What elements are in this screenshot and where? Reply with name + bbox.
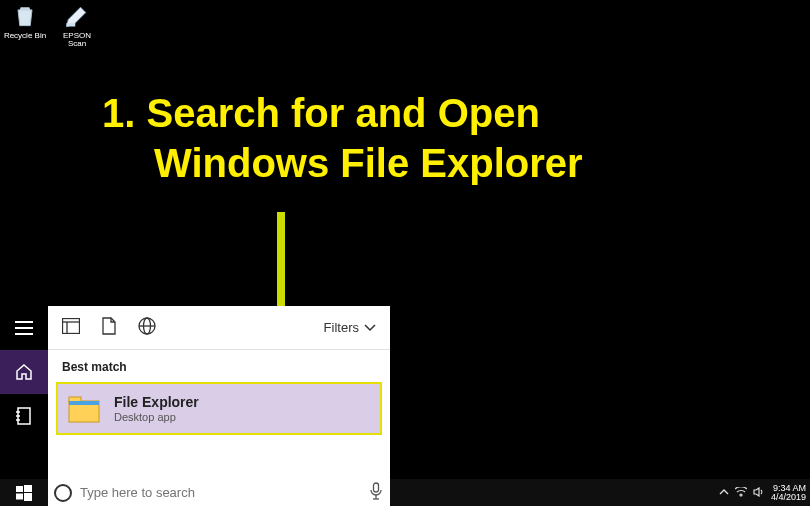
search-result-texts: File Explorer Desktop app	[114, 394, 199, 423]
home-icon	[15, 363, 33, 381]
hamburger-icon	[15, 321, 33, 335]
taskbar	[0, 479, 810, 506]
start-button[interactable]	[0, 479, 48, 506]
svg-rect-19	[16, 486, 23, 492]
search-results-panel: Filters Best match File Explorer Desktop…	[48, 306, 390, 479]
desktop-icon-label: Recycle Bin	[4, 32, 46, 40]
system-tray[interactable]: 9:34 AM 4/4/2019	[719, 484, 806, 502]
instruction-annotation: 1. Search for and Open Windows File Expl…	[102, 88, 583, 188]
tray-chevron-icon[interactable]	[719, 488, 729, 498]
svg-rect-22	[24, 493, 32, 501]
file-explorer-icon	[68, 395, 100, 423]
search-input[interactable]	[80, 485, 362, 500]
svg-rect-20	[24, 485, 32, 492]
search-scope-bar: Filters	[48, 306, 390, 350]
desktop-icon-recycle-bin[interactable]: Recycle Bin	[2, 2, 48, 48]
notebook-button[interactable]	[0, 394, 48, 438]
svg-rect-10	[63, 318, 80, 333]
recycle-bin-icon	[11, 2, 39, 30]
search-result-title: File Explorer	[114, 394, 199, 410]
clock-date: 4/4/2019	[771, 493, 806, 502]
web-scope-button[interactable]	[138, 317, 156, 339]
menu-button[interactable]	[0, 306, 48, 350]
desktop-icons: Recycle Bin EPSON Scan	[2, 2, 100, 48]
notebook-icon	[16, 407, 32, 425]
document-icon	[102, 317, 116, 335]
search-panel-area: Filters Best match File Explorer Desktop…	[0, 306, 390, 506]
scanner-icon	[63, 2, 91, 30]
search-result-file-explorer[interactable]: File Explorer Desktop app	[56, 382, 382, 435]
microphone-icon	[370, 482, 382, 500]
svg-rect-3	[15, 321, 33, 323]
volume-icon[interactable]	[753, 487, 765, 499]
cortana-icon	[54, 484, 72, 502]
chevron-down-icon	[364, 324, 376, 332]
filters-button[interactable]: Filters	[324, 320, 376, 335]
documents-scope-button[interactable]	[102, 317, 116, 339]
desktop-icon-epson-scan[interactable]: EPSON Scan	[54, 2, 100, 48]
search-result-subtitle: Desktop app	[114, 411, 199, 423]
globe-icon	[138, 317, 156, 335]
apps-icon	[62, 318, 80, 334]
svg-rect-23	[374, 483, 379, 492]
desktop-icon-label: EPSON Scan	[54, 32, 100, 48]
best-match-heading: Best match	[48, 350, 390, 382]
home-button[interactable]	[0, 350, 48, 394]
network-icon[interactable]	[735, 487, 747, 499]
svg-rect-5	[15, 333, 33, 335]
taskbar-clock[interactable]: 9:34 AM 4/4/2019	[771, 484, 806, 502]
instruction-line-1: 1. Search for and Open	[102, 88, 583, 138]
cortana-left-rail	[0, 306, 48, 479]
apps-scope-button[interactable]	[62, 318, 80, 338]
svg-rect-18	[69, 401, 99, 405]
microphone-button[interactable]	[370, 482, 382, 504]
svg-rect-0	[67, 23, 76, 27]
svg-rect-21	[16, 493, 23, 499]
windows-logo-icon	[16, 485, 32, 501]
instruction-line-2: Windows File Explorer	[102, 138, 583, 188]
svg-rect-4	[15, 327, 33, 329]
filters-label: Filters	[324, 320, 359, 335]
taskbar-search-box[interactable]	[48, 479, 390, 506]
